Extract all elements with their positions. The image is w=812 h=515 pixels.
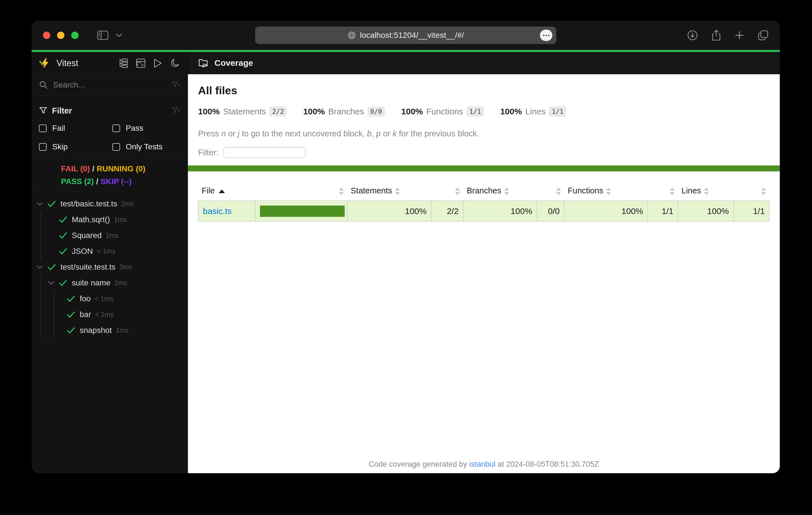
tree-item-duration: 3ms <box>119 263 132 271</box>
istanbul-link[interactable]: istanbul <box>469 460 496 468</box>
lines-frac-cell: 1/1 <box>733 201 769 222</box>
sort-both-icon <box>670 187 675 195</box>
dashboard-icon[interactable] <box>136 58 146 68</box>
run-all-icon[interactable] <box>153 58 163 68</box>
checkbox-only-tests-box[interactable] <box>112 143 120 151</box>
close-window-button[interactable] <box>43 32 50 39</box>
search-bar[interactable]: Search... <box>32 74 187 95</box>
new-tab-icon[interactable] <box>734 30 744 40</box>
summary-separator: / <box>90 164 97 173</box>
pass-check-icon <box>59 216 67 223</box>
metric-lines: 100% Lines 1/1 <box>500 107 566 117</box>
globe-icon <box>348 31 356 39</box>
downloads-icon[interactable] <box>687 30 698 41</box>
chevron-expanded-icon[interactable] <box>48 281 55 285</box>
checkbox-fail-box[interactable] <box>39 124 47 132</box>
file-filter-input[interactable] <box>223 147 306 158</box>
metric-label: Functions <box>426 107 463 116</box>
column-header-branches-raw-sorter[interactable] <box>537 183 564 201</box>
tree-item-label: Squared <box>72 231 102 240</box>
report-title: All files <box>198 84 770 97</box>
test-tree: test/basic.test.ts 2ms Math.sqrt() 1ms <box>32 192 187 338</box>
checkbox-skip[interactable]: Skip <box>39 139 112 155</box>
window-controls <box>43 32 79 39</box>
metric-label: Statements <box>223 107 266 116</box>
running-count: RUNNING (0) <box>97 164 145 173</box>
tree-item-label: Math.sqrt() <box>72 215 110 224</box>
footer-text: Code coverage generated by <box>369 460 469 468</box>
file-link[interactable]: basic.ts <box>203 206 232 216</box>
column-header-functions-raw-sorter[interactable] <box>648 183 678 201</box>
sort-both-icon <box>504 187 509 195</box>
tree-item-test[interactable]: foo < 1ms <box>54 291 187 307</box>
metric-statements: 100% Statements 2/2 <box>198 107 287 117</box>
vitest-sidebar: Vitest <box>32 52 188 473</box>
tree-item-duration: < 1ms <box>97 247 116 255</box>
metric-label: Branches <box>328 107 364 116</box>
checkbox-skip-label: Skip <box>52 142 67 151</box>
minimize-window-button[interactable] <box>57 32 64 39</box>
sort-both-icon <box>395 187 400 195</box>
tree-item-file[interactable]: test/basic.test.ts 2ms <box>32 196 187 212</box>
tree-item-duration: 2ms <box>121 200 134 208</box>
test-run-summary: FAIL (0)/RUNNING (0) PASS (2)/SKIP (--) <box>32 159 187 192</box>
chevron-expanded-icon[interactable] <box>36 265 44 269</box>
app-title: Vitest <box>57 58 78 68</box>
tree-item-test[interactable]: Squared 1ms <box>41 228 187 243</box>
tabs-overview-icon[interactable] <box>758 30 768 41</box>
tree-item-test[interactable]: Math.sqrt() 1ms <box>41 212 187 228</box>
tree-item-test[interactable]: bar < 1ms <box>54 307 187 323</box>
checkbox-only-tests[interactable]: Only Tests <box>112 139 180 155</box>
dark-mode-icon[interactable] <box>170 58 180 68</box>
checkbox-skip-box[interactable] <box>39 143 47 151</box>
sort-asc-icon <box>219 189 225 193</box>
chevron-expanded-icon[interactable] <box>36 202 44 206</box>
tree-item-test[interactable]: snapshot 1ms <box>54 323 187 338</box>
browser-window: localhost:51204/__vitest__/#/ <box>32 21 780 473</box>
filter-section: Filter Fail <box>32 95 187 159</box>
sidebar-toggle-icon[interactable] <box>97 30 109 40</box>
column-header-file[interactable]: File <box>198 183 255 201</box>
column-header-lines-raw-sorter[interactable] <box>733 183 769 201</box>
column-header-branches[interactable]: Branches <box>463 183 537 201</box>
tree-item-suite[interactable]: suite name 2ms <box>41 275 187 291</box>
tree-item-label: suite name <box>72 278 111 287</box>
pass-check-icon <box>67 327 75 334</box>
clear-filter-icon[interactable] <box>171 106 180 115</box>
metric-branches: 100% Branches 0/0 <box>303 107 385 117</box>
tree-item-label: bar <box>80 310 91 319</box>
branches-pct-cell: 100% <box>463 201 537 222</box>
address-bar[interactable]: localhost:51204/__vitest__/#/ <box>255 27 556 44</box>
pass-check-icon <box>59 232 67 239</box>
metric-functions: 100% Functions 1/1 <box>401 107 484 117</box>
fail-count: FAIL (0) <box>61 164 90 173</box>
metric-pct: 100% <box>401 107 423 116</box>
coverage-status-line <box>188 165 780 171</box>
zoom-window-button[interactable] <box>71 32 79 39</box>
column-header-bar-sorter[interactable] <box>255 183 348 201</box>
file-cell: basic.ts <box>198 201 255 222</box>
branches-frac-cell: 0/0 <box>537 201 564 222</box>
clear-search-filter-icon[interactable] <box>171 81 180 90</box>
column-header-functions[interactable]: Functions <box>564 183 648 201</box>
column-header-statements-raw-sorter[interactable] <box>431 183 463 201</box>
column-header-lines[interactable]: Lines <box>678 183 733 201</box>
share-icon[interactable] <box>712 30 721 41</box>
pass-check-icon <box>48 200 56 208</box>
tree-item-test[interactable]: JSON < 1ms <box>41 243 187 259</box>
pass-check-icon <box>59 279 67 286</box>
checkbox-fail[interactable]: Fail <box>39 120 112 136</box>
more-icon[interactable] <box>540 30 552 41</box>
tree-view-icon[interactable] <box>118 58 128 68</box>
tree-item-file[interactable]: test/suite.test.ts 3ms <box>32 259 187 275</box>
metric-pct: 100% <box>500 107 522 116</box>
tree-item-duration: 1ms <box>114 216 126 223</box>
checkbox-pass[interactable]: Pass <box>112 120 180 136</box>
tree-item-duration: 2ms <box>114 279 127 287</box>
chevron-down-icon[interactable] <box>116 33 122 37</box>
pass-check-icon <box>67 295 75 302</box>
coverage-table-row: basic.ts 100% 2/2 100% 0/0 100% 1/1 100%… <box>198 201 770 222</box>
checkbox-pass-box[interactable] <box>112 124 120 132</box>
tree-item-label: JSON <box>72 247 93 256</box>
column-header-statements[interactable]: Statements <box>347 183 431 201</box>
